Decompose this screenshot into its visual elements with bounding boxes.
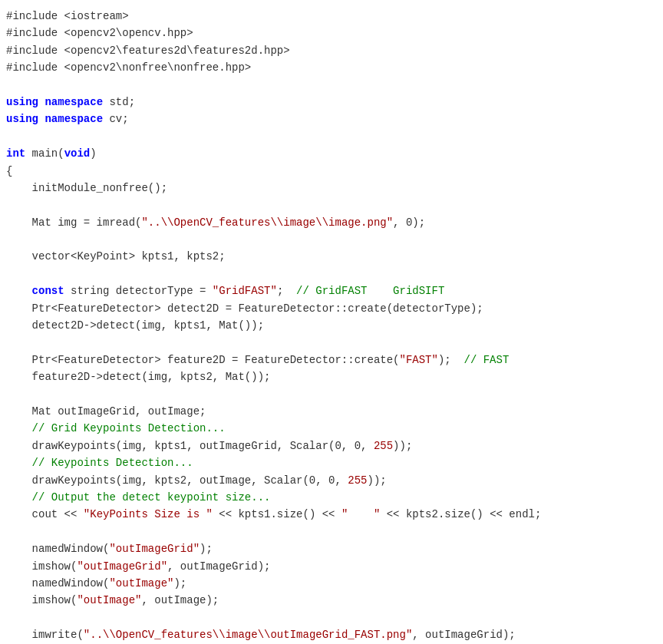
- line-26-content: drawKeypoints(img, kpts1, outImageGrid, …: [6, 438, 657, 454]
- code-line-5: [0, 77, 663, 94]
- line-33-content: imshow("outImageGrid", outImageGrid);: [6, 558, 657, 575]
- code-line-17: const string detectorType = "GridFAST"; …: [0, 282, 663, 299]
- code-container: #include <iostream> #include <opencv2\op…: [0, 0, 663, 644]
- line-29-content: // Output the detect keypoint size...: [6, 489, 657, 506]
- code-line-16: [0, 266, 663, 282]
- code-line-9: int main(void): [0, 145, 663, 162]
- code-line-8: [0, 128, 663, 145]
- code-line-3: #include <opencv2\features2d\features2d.…: [0, 42, 663, 59]
- code-line-29: // Output the detect keypoint size...: [0, 489, 663, 506]
- line-17-content: const string detectorType = "GridFAST"; …: [6, 282, 657, 299]
- line-11-content: initModule_nonfree();: [6, 180, 657, 197]
- line-37-content: imwrite("..\\OpenCV_features\\image\\out…: [6, 626, 657, 643]
- code-line-23: [0, 386, 663, 403]
- code-line-22: feature2D->detect(img, kpts2, Mat());: [0, 368, 663, 385]
- code-line-37: imwrite("..\\OpenCV_features\\image\\out…: [0, 626, 663, 643]
- code-line-30: cout << "KeyPoints Size is " << kpts1.si…: [0, 506, 663, 523]
- line-18-content: Ptr<FeatureDetector> detect2D = FeatureD…: [6, 300, 657, 317]
- line-27-content: // Keypoints Detection...: [6, 454, 657, 471]
- line-22-content: feature2D->detect(img, kpts2, Mat());: [6, 368, 657, 385]
- code-line-27: // Keypoints Detection...: [0, 454, 663, 471]
- line-30-content: cout << "KeyPoints Size is " << kpts1.si…: [6, 506, 657, 523]
- code-line-32: namedWindow("outImageGrid");: [0, 540, 663, 557]
- code-line-25: // Grid Keypoints Detection...: [0, 420, 663, 437]
- code-line-36: [0, 609, 663, 626]
- line-25-content: // Grid Keypoints Detection...: [6, 420, 657, 437]
- code-line-13: Mat img = imread("..\\OpenCV_features\\i…: [0, 214, 663, 231]
- code-line-7: using namespace cv;: [0, 111, 663, 127]
- line-3-content: #include <opencv2\features2d\features2d.…: [6, 42, 657, 59]
- code-line-4: #include <opencv2\nonfree\nonfree.hpp>: [0, 59, 663, 76]
- code-line-33: imshow("outImageGrid", outImageGrid);: [0, 558, 663, 575]
- code-line-14: [0, 231, 663, 248]
- code-line-2: #include <opencv2\opencv.hpp>: [0, 25, 663, 41]
- line-32-content: namedWindow("outImageGrid");: [6, 540, 657, 557]
- code-line-10: {: [0, 163, 663, 180]
- code-line-26: drawKeypoints(img, kpts1, outImageGrid, …: [0, 438, 663, 454]
- line-2-content: #include <opencv2\opencv.hpp>: [6, 25, 657, 41]
- line-19-content: detect2D->detect(img, kpts1, Mat());: [6, 317, 657, 334]
- code-line-24: Mat outImageGrid, outImage;: [0, 403, 663, 420]
- line-24-content: Mat outImageGrid, outImage;: [6, 403, 657, 420]
- code-line-6: using namespace std;: [0, 94, 663, 111]
- code-line-34: namedWindow("outImage");: [0, 575, 663, 592]
- line-1-content: #include <iostream>: [6, 8, 657, 25]
- code-line-18: Ptr<FeatureDetector> detect2D = FeatureD…: [0, 300, 663, 317]
- line-10-content: {: [6, 163, 657, 180]
- code-line-28: drawKeypoints(img, kpts2, outImage, Scal…: [0, 472, 663, 489]
- code-line-19: detect2D->detect(img, kpts1, Mat());: [0, 317, 663, 334]
- code-line-12: [0, 197, 663, 213]
- line-4-content: #include <opencv2\nonfree\nonfree.hpp>: [6, 59, 657, 76]
- line-13-content: Mat img = imread("..\\OpenCV_features\\i…: [6, 214, 657, 231]
- code-line-11: initModule_nonfree();: [0, 180, 663, 197]
- line-34-content: namedWindow("outImage");: [6, 575, 657, 592]
- line-35-content: imshow("outImage", outImage);: [6, 592, 657, 609]
- code-line-31: [0, 523, 663, 540]
- code-line-35: imshow("outImage", outImage);: [0, 592, 663, 609]
- code-line-15: vector<KeyPoint> kpts1, kpts2;: [0, 248, 663, 265]
- line-9-content: int main(void): [6, 145, 657, 162]
- code-line-21: Ptr<FeatureDetector> feature2D = Feature…: [0, 352, 663, 368]
- line-28-content: drawKeypoints(img, kpts2, outImage, Scal…: [6, 472, 657, 489]
- line-7-content: using namespace cv;: [6, 111, 657, 127]
- code-line-20: [0, 334, 663, 351]
- line-6-content: using namespace std;: [6, 94, 657, 111]
- line-15-content: vector<KeyPoint> kpts1, kpts2;: [6, 248, 657, 265]
- code-line-1: #include <iostream>: [0, 8, 663, 25]
- line-21-content: Ptr<FeatureDetector> feature2D = Feature…: [6, 352, 657, 368]
